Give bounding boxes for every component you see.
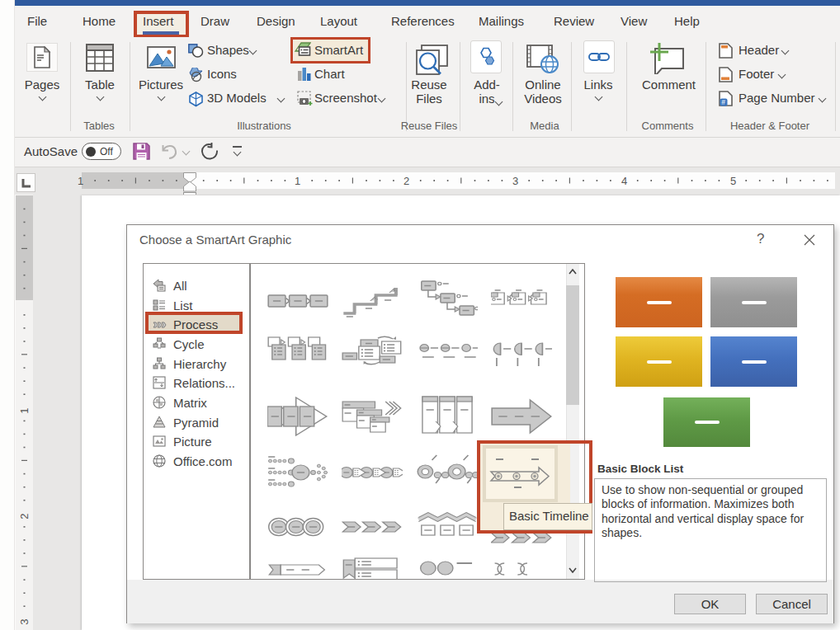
svg-text:2: 2: [403, 175, 409, 187]
svg-text:1: 1: [78, 175, 83, 187]
svg-text:3: 3: [18, 618, 31, 624]
svg-text:3: 3: [512, 175, 518, 187]
svg-text:2: 2: [18, 513, 31, 519]
svg-text:5: 5: [730, 175, 736, 187]
svg-text:#: #: [721, 98, 725, 106]
svg-text:4: 4: [621, 175, 627, 187]
svg-text:1: 1: [295, 175, 300, 187]
svg-text:1: 1: [18, 407, 31, 413]
